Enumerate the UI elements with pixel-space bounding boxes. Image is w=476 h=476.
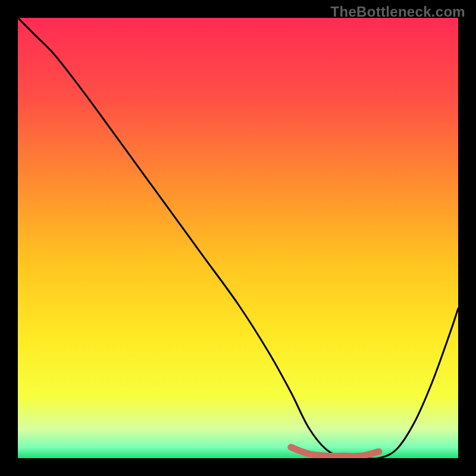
plot-area [18,18,458,458]
gradient-background [18,18,458,458]
watermark-text: TheBottleneck.com [331,4,465,20]
chart-svg [18,18,458,458]
chart-frame: TheBottleneck.com [0,0,476,476]
